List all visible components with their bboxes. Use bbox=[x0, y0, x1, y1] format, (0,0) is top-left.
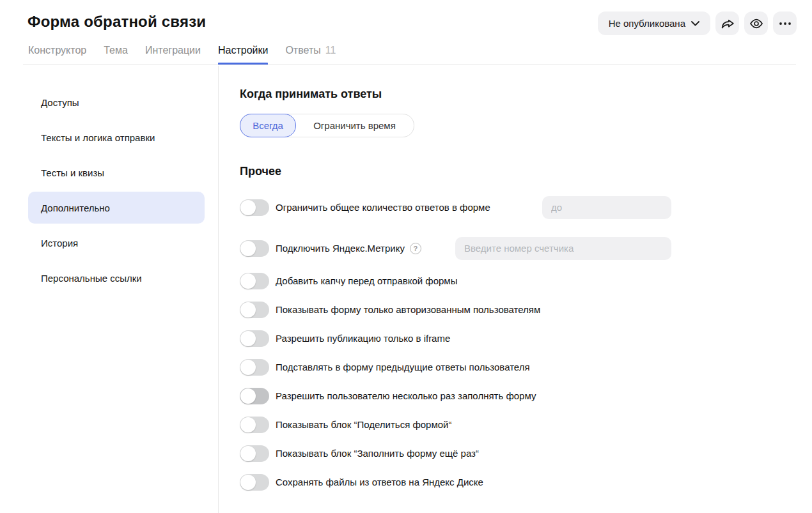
setting-row-5: Подставлять в форму предыдущие ответы по… bbox=[240, 353, 671, 381]
tab-label: Интеграции bbox=[145, 45, 201, 56]
preview-button[interactable] bbox=[744, 11, 768, 35]
setting-row-9: Сохранять файлы из ответов на Яндекс Дис… bbox=[240, 468, 671, 496]
tab-label: Тема bbox=[104, 45, 128, 56]
accept-time-segmented-control: ВсегдаОграничить время bbox=[240, 114, 414, 137]
toggle-switch-4[interactable] bbox=[240, 330, 269, 347]
toggle-switch-8[interactable] bbox=[240, 445, 269, 462]
toggle-knob bbox=[240, 273, 256, 289]
sidebar-item-label: Тексты и логика отправки bbox=[41, 132, 155, 143]
toggle-switch-9[interactable] bbox=[240, 474, 269, 491]
page-title: Форма обратной связи bbox=[27, 13, 206, 31]
sidebar-item-label: Доступы bbox=[41, 97, 79, 108]
tab-label: Конструктор bbox=[28, 45, 86, 56]
setting-input-1[interactable] bbox=[455, 237, 671, 260]
setting-row-3: Показывать форму только авторизованным п… bbox=[240, 295, 671, 324]
toggle-knob bbox=[240, 200, 256, 215]
sidebar-item-2[interactable]: Тесты и квизы bbox=[28, 157, 205, 188]
sidebar-item-label: Персональные ссылки bbox=[41, 273, 142, 284]
help-icon[interactable]: ? bbox=[410, 243, 421, 254]
setting-label: Подставлять в форму предыдущие ответы по… bbox=[276, 362, 530, 372]
sidebar-item-label: История bbox=[41, 238, 78, 249]
setting-label: Сохранять файлы из ответов на Яндекс Дис… bbox=[276, 477, 483, 487]
setting-row-1: Подключить Яндекс.Метрику? bbox=[240, 234, 671, 263]
setting-label: Показывать блок “Поделиться формой“ bbox=[276, 419, 451, 430]
setting-row-6: Разрешить пользователю несколько раз зап… bbox=[240, 381, 671, 410]
settings-sidebar: ДоступыТексты и логика отправкиТесты и к… bbox=[28, 86, 205, 297]
segment-option-1[interactable]: Ограничить время bbox=[295, 114, 414, 137]
toggle-switch-6[interactable] bbox=[240, 388, 269, 404]
settings-rows: Ограничить общее количество ответов в фо… bbox=[240, 193, 671, 496]
sidebar-item-5[interactable]: Персональные ссылки bbox=[28, 262, 205, 294]
setting-label: Ограничить общее количество ответов в фо… bbox=[276, 202, 490, 213]
toggle-knob bbox=[240, 241, 256, 256]
sidebar-item-3[interactable]: Дополнительно bbox=[28, 192, 205, 224]
toggle-switch-2[interactable] bbox=[240, 273, 269, 289]
sidebar-item-1[interactable]: Тексты и логика отправки bbox=[28, 121, 205, 153]
when-accept-heading: Когда принимать ответы bbox=[240, 88, 382, 101]
setting-input-0[interactable] bbox=[542, 196, 671, 219]
toggle-knob bbox=[240, 475, 256, 490]
setting-label: Разрешить пользователю несколько раз зап… bbox=[276, 390, 536, 401]
share-icon bbox=[721, 17, 735, 31]
sidebar-item-label: Дополнительно bbox=[41, 203, 110, 213]
tab-конструктор[interactable]: Конструктор bbox=[28, 45, 86, 65]
setting-row-0: Ограничить общее количество ответов в фо… bbox=[240, 193, 671, 222]
tab-тема[interactable]: Тема bbox=[104, 45, 128, 65]
ellipsis-icon bbox=[779, 22, 792, 26]
toggle-knob bbox=[240, 360, 256, 375]
setting-label: Разрешить публикацию только в iframe bbox=[276, 333, 450, 344]
setting-label: Подключить Яндекс.Метрику bbox=[276, 243, 405, 254]
sidebar-divider bbox=[218, 66, 219, 513]
toggle-switch-5[interactable] bbox=[240, 359, 269, 376]
setting-row-8: Показывать блок “Заполнить форму ещё раз… bbox=[240, 439, 671, 468]
more-button[interactable] bbox=[773, 11, 797, 35]
setting-row-4: Разрешить публикацию только в iframe bbox=[240, 324, 671, 353]
setting-label: Показывать блок “Заполнить форму ещё раз… bbox=[276, 448, 479, 459]
sidebar-item-4[interactable]: История bbox=[28, 227, 205, 259]
toggle-switch-0[interactable] bbox=[240, 199, 269, 216]
toggle-knob bbox=[240, 388, 256, 404]
toggle-switch-1[interactable] bbox=[240, 240, 269, 257]
eye-icon bbox=[749, 17, 763, 31]
toggle-switch-7[interactable] bbox=[240, 417, 269, 433]
setting-label: Показывать форму только авторизованным п… bbox=[276, 304, 540, 315]
toggle-knob bbox=[240, 417, 256, 433]
setting-label: Добавить капчу перед отправкой формы bbox=[276, 275, 457, 286]
other-heading: Прочее bbox=[240, 165, 281, 178]
share-button[interactable] bbox=[715, 11, 739, 35]
toggle-switch-3[interactable] bbox=[240, 302, 269, 318]
toggle-knob bbox=[240, 331, 256, 346]
chevron-down-icon bbox=[691, 21, 699, 26]
segment-option-0[interactable]: Всегда bbox=[240, 114, 296, 137]
toggle-knob bbox=[240, 446, 256, 461]
setting-row-7: Показывать блок “Поделиться формой“ bbox=[240, 410, 671, 439]
tab-интеграции[interactable]: Интеграции bbox=[145, 45, 201, 65]
setting-row-2: Добавить капчу перед отправкой формы bbox=[240, 266, 671, 295]
toggle-knob bbox=[240, 302, 256, 318]
settings-content: Когда принимать ответы ВсегдаОграничить … bbox=[240, 0, 671, 513]
sidebar-item-label: Тесты и квизы bbox=[41, 167, 104, 178]
sidebar-item-0[interactable]: Доступы bbox=[28, 86, 205, 118]
